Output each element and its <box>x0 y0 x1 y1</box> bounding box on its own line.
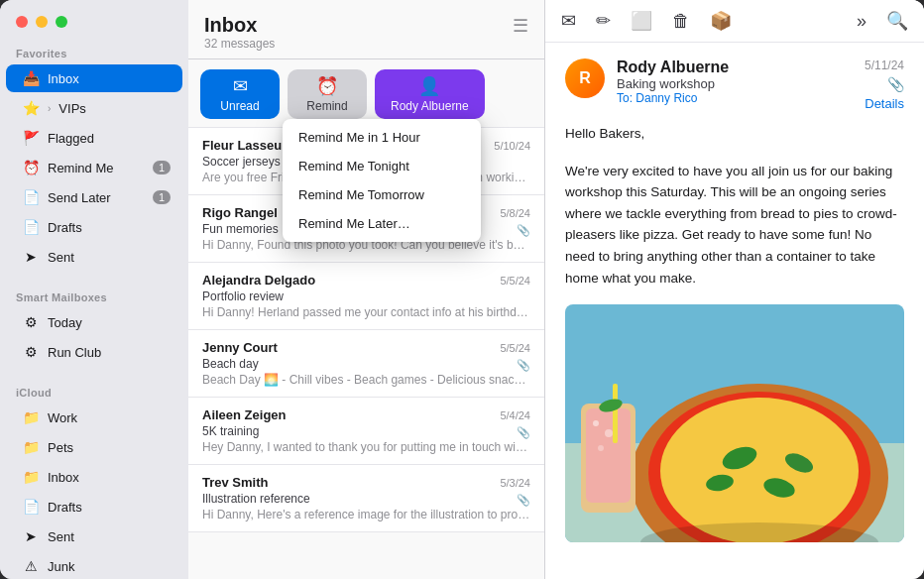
folder-icon: 📁 <box>22 468 40 486</box>
detail-header: R Rody Albuerne Baking workshop To: Dann… <box>565 58 904 111</box>
favorites-section-label: Favorites <box>0 40 188 63</box>
mail-toolbar-icon[interactable]: ✉ <box>561 10 576 32</box>
filter-icon[interactable]: ☰ <box>513 15 528 37</box>
message-preview: Beach Day 🌅 - Chill vibes - Beach games … <box>202 373 530 387</box>
remind-dropdown: Remind Me in 1 Hour Remind Me Tonight Re… <box>283 119 481 242</box>
attachment-icon: 📎 <box>517 494 530 507</box>
message-subject: Soccer jerseys <box>202 155 281 169</box>
message-count: 32 messages <box>204 37 528 51</box>
message-preview: Hi Danny! Herland passed me your contact… <box>202 305 530 319</box>
detail-meta-right: 5/11/24 📎 Details <box>865 58 904 111</box>
remind-icon: ⏰ <box>22 159 40 176</box>
sidebar-item-inbox-icloud[interactable]: 📁 Inbox <box>6 463 182 491</box>
message-subject: Illustration reference <box>202 492 310 506</box>
remind-filter-button[interactable]: ⏰ Remind <box>288 69 367 119</box>
sidebar-item-drafts-icloud[interactable]: 📄 Drafts <box>6 493 182 521</box>
message-date: 5/4/24 <box>500 409 530 421</box>
message-item[interactable]: Alejandra Delgado 5/5/24 Portfolio revie… <box>188 263 544 330</box>
message-item[interactable]: Aileen Zeigen 5/4/24 5K training 📎 Hey D… <box>188 398 544 465</box>
compose-toolbar-icon[interactable]: ✏ <box>596 10 611 32</box>
archive-toolbar-icon[interactable]: ⬜ <box>631 10 652 32</box>
sidebar-item-work[interactable]: 📁 Work <box>6 404 182 431</box>
remind-icon: ⏰ <box>316 75 338 97</box>
detail-body-greeting: Hello Bakers, <box>565 123 904 145</box>
sidebar-item-label: Flagged <box>48 131 171 146</box>
sidebar-item-inbox[interactable]: 📥 Inbox <box>6 64 182 92</box>
drafts-icon: 📄 <box>22 218 40 236</box>
sidebar-item-label: Work <box>48 410 171 425</box>
sent-icon: ➤ <box>22 248 40 266</box>
sidebar-item-label: Remind Me <box>48 161 145 175</box>
folder-icon: 📁 <box>22 438 40 456</box>
message-item[interactable]: Jenny Court 5/5/24 Beach day 📎 Beach Day… <box>188 330 544 398</box>
unread-filter-button[interactable]: ✉ Unread <box>200 69 280 119</box>
attachment-icon: 📎 <box>517 359 530 372</box>
remind-1hour[interactable]: Remind Me in 1 Hour <box>283 123 481 152</box>
message-item[interactable]: Trev Smith 5/3/24 Illustration reference… <box>188 465 544 532</box>
sidebar-item-sent-icloud[interactable]: ➤ Sent <box>6 522 182 550</box>
move-toolbar-icon[interactable]: 📦 <box>710 10 732 32</box>
message-date: 5/10/24 <box>494 140 530 152</box>
sidebar-item-pets[interactable]: 📁 Pets <box>6 433 182 461</box>
more-toolbar-icon[interactable]: » <box>857 11 866 32</box>
detail-sender-name: Rody Albuerne <box>617 58 865 76</box>
message-sender: Aileen Zeigen <box>202 407 287 422</box>
detail-to: To: Danny Rico <box>617 91 865 105</box>
svg-rect-10 <box>586 408 631 503</box>
message-sender: Jenny Court <box>202 340 278 355</box>
sidebar-item-junk[interactable]: ⚠ Junk <box>6 552 182 579</box>
remind-filter-label: Remind <box>306 99 347 113</box>
remind-tonight[interactable]: Remind Me Tonight <box>283 152 481 180</box>
sidebar-item-label: Junk <box>48 559 171 574</box>
detail-toolbar: ✉ ✏ ⬜ 🗑 📦 » 🔍 <box>545 0 924 43</box>
search-toolbar-icon[interactable]: 🔍 <box>886 10 908 32</box>
sidebar-item-remind-me[interactable]: ⏰ Remind Me 1 <box>6 154 182 181</box>
sidebar-item-label: Sent <box>48 250 171 265</box>
unread-filter-label: Unread <box>220 99 259 113</box>
detail-date: 5/11/24 <box>865 58 904 72</box>
sidebar-item-drafts[interactable]: 📄 Drafts <box>6 213 182 241</box>
remind-tomorrow[interactable]: Remind Me Tomorrow <box>283 180 481 209</box>
svg-point-14 <box>605 429 613 437</box>
message-date: 5/3/24 <box>500 477 530 489</box>
sidebar-item-run-club[interactable]: ⚙ Run Club <box>6 338 182 366</box>
maximize-button[interactable] <box>56 16 67 28</box>
detail-header-info: Rody Albuerne Baking workshop To: Danny … <box>617 58 865 105</box>
sidebar-item-label: Inbox <box>48 470 171 485</box>
remind-later[interactable]: Remind Me Later… <box>283 209 481 238</box>
message-sender: Trev Smith <box>202 475 268 490</box>
sidebar: Favorites 📥 Inbox ⭐ › VIPs 🚩 Flagged ⏰ R… <box>0 0 188 579</box>
sidebar-item-flagged[interactable]: 🚩 Flagged <box>6 124 182 152</box>
rody-filter-label: Rody Albuerne <box>391 99 469 113</box>
message-sender: Fleur Lasseur <box>202 138 287 153</box>
sidebar-item-label: Send Later <box>48 190 145 205</box>
message-subject: 5K training <box>202 424 259 438</box>
today-icon: ⚙ <box>22 313 40 331</box>
sidebar-item-vips[interactable]: ⭐ › VIPs <box>6 94 182 122</box>
message-preview: Hi Danny, Here's a reference image for t… <box>202 508 530 521</box>
message-sender: Rigo Rangel <box>202 205 278 220</box>
inbox-title: Inbox <box>204 14 257 37</box>
send-later-icon: 📄 <box>22 188 40 206</box>
message-sender: Alejandra Delgado <box>202 273 315 288</box>
inbox-icon: 📥 <box>22 69 40 87</box>
to-label: To: <box>617 91 633 105</box>
sidebar-item-sent[interactable]: ➤ Sent <box>6 243 182 271</box>
detail-subject: Baking workshop <box>617 76 865 91</box>
message-subject: Fun memories <box>202 222 279 236</box>
trash-toolbar-icon[interactable]: 🗑 <box>672 11 690 32</box>
message-list-panel: Inbox ☰ 32 messages ✉ Unread ⏰ Remind 👤 … <box>188 0 545 579</box>
sidebar-item-send-later[interactable]: 📄 Send Later 1 <box>6 183 182 211</box>
minimize-button[interactable] <box>36 16 48 28</box>
close-button[interactable] <box>16 16 28 28</box>
send-later-badge: 1 <box>153 190 171 204</box>
detail-image <box>565 304 904 542</box>
attachment-icon: 📎 <box>517 224 530 237</box>
sent-icon: ➤ <box>22 527 40 545</box>
rody-filter-button[interactable]: 👤 Rody Albuerne <box>375 69 485 119</box>
details-link[interactable]: Details <box>865 96 904 111</box>
avatar: R <box>565 58 605 98</box>
message-date: 5/5/24 <box>500 342 530 354</box>
sidebar-item-today[interactable]: ⚙ Today <box>6 308 182 336</box>
svg-point-4 <box>660 398 859 542</box>
